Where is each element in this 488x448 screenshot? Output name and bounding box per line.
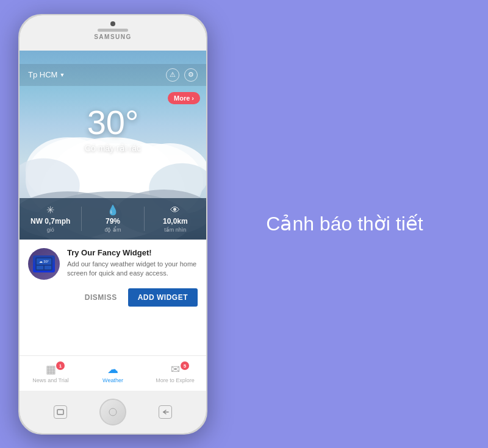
weather-stats: ✳ NW 0,7mph gió 💧 79% độ ẩm 👁 10,0km tầm…	[20, 198, 206, 240]
explore-badge: 5	[181, 361, 189, 370]
wind-icon: ✳	[46, 204, 54, 216]
news-icon: ▦	[46, 363, 56, 376]
nav-weather[interactable]: ☁ Weather	[82, 363, 144, 383]
home-button[interactable]	[99, 399, 126, 425]
temperature-display: 30° Có mây rải rác Update 14...	[20, 105, 206, 162]
humidity-value: 79%	[106, 217, 120, 226]
back-arrow-icon	[162, 409, 169, 415]
back-button[interactable]	[54, 405, 67, 419]
stat-humidity: 💧 79% độ ẩm	[82, 204, 143, 233]
add-widget-button[interactable]: ADD WIDGET	[128, 288, 198, 307]
promo-content: ☁ 30° Try Our Fancy Widget! Add our fanc…	[28, 248, 198, 280]
recent-apps-icon	[57, 409, 64, 415]
dismiss-button[interactable]: DISMISS	[80, 290, 122, 305]
temperature-value: 30°	[87, 105, 139, 140]
update-time: Update 14...	[96, 155, 129, 162]
svg-rect-14	[45, 266, 51, 269]
widget-promo: ☁ 30° Try Our Fancy Widget! Add our fanc…	[20, 240, 206, 313]
alert-icon[interactable]: ⚠	[166, 68, 179, 82]
phone-screen: Tp HCM ▼ ⚠ ⚙ More › 30° Có mây rải rác U…	[20, 51, 206, 391]
wind-label: gió	[47, 227, 54, 233]
news-label: News and Trial	[32, 377, 69, 383]
news-badge: 1	[56, 361, 65, 370]
settings-icon[interactable]: ⚙	[184, 68, 198, 82]
promo-body: Add our fancy weather widget to your hom…	[67, 260, 198, 279]
nav-news[interactable]: 1 ▦ News and Trial	[20, 363, 82, 383]
phone-bottom-bezel	[20, 391, 206, 433]
phone-frame: SAMSUNG	[18, 14, 207, 435]
visibility-value: 10,0km	[163, 217, 188, 226]
humidity-icon: 💧	[107, 204, 119, 216]
svg-text:☁ 30°: ☁ 30°	[39, 260, 49, 263]
nav-explore[interactable]: 5 ✉ More to Explore	[144, 363, 206, 383]
svg-point-17	[109, 408, 117, 416]
home-icon	[108, 407, 118, 417]
humidity-label: độ ẩm	[104, 227, 121, 233]
promo-text: Try Our Fancy Widget! Add our fancy weat…	[67, 248, 198, 279]
promo-actions: DISMISS ADD WIDGET	[28, 286, 198, 307]
svg-rect-16	[57, 410, 63, 414]
explore-label: More to Explore	[156, 377, 195, 383]
stat-wind: ✳ NW 0,7mph gió	[20, 204, 81, 233]
more-button[interactable]: More ›	[168, 92, 200, 104]
header-icons: ⚠ ⚙	[166, 68, 198, 82]
visibility-icon: 👁	[170, 205, 180, 216]
promo-inner-icon: ☁ 30°	[33, 255, 55, 272]
phone-speaker	[98, 29, 128, 32]
promo-icon: ☁ 30°	[28, 248, 60, 280]
svg-rect-13	[37, 266, 43, 269]
brand-label: SAMSUNG	[94, 34, 132, 40]
weather-icon: ☁	[107, 363, 118, 376]
promo-title: Try Our Fancy Widget!	[67, 248, 198, 257]
visibility-label: tầm nhìn	[164, 227, 186, 233]
right-text-area: Cảnh báo thời tiết	[207, 212, 470, 237]
stat-visibility: 👁 10,0km tầm nhìn	[145, 205, 206, 233]
weather-header: Tp HCM ▼ ⚠ ⚙	[20, 64, 206, 86]
recent-button[interactable]	[159, 405, 172, 419]
weather-description: Có mây rải rác	[85, 143, 141, 153]
location-label[interactable]: Tp HCM ▼	[28, 70, 65, 79]
widget-preview-icon: ☁ 30°	[35, 257, 52, 271]
explore-icon: ✉	[171, 363, 180, 376]
weather-label: Weather	[102, 377, 123, 383]
bottom-nav: 1 ▦ News and Trial ☁ Weather 5 ✉ More to…	[20, 355, 206, 391]
page-promo-title: Cảnh báo thời tiết	[266, 212, 423, 237]
page-wrapper: SAMSUNG	[0, 0, 488, 448]
phone-camera	[110, 21, 115, 26]
wind-value: NW 0,7mph	[30, 217, 70, 226]
phone-top-bezel: SAMSUNG	[20, 15, 206, 51]
